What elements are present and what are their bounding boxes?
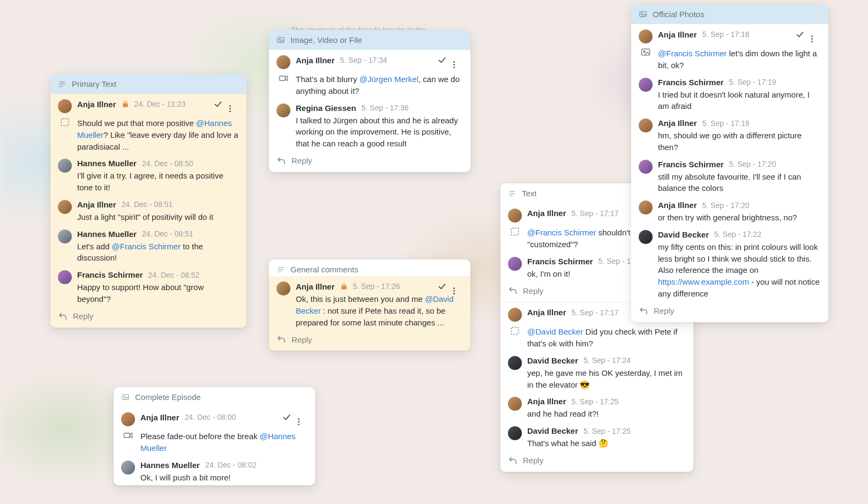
mention[interactable]: @David Becker <box>527 327 583 336</box>
comment-author: Francis Schirmer <box>527 257 593 266</box>
svg-rect-6 <box>280 76 286 80</box>
comment-body: still my absolute favourite. I'll see if… <box>658 171 821 195</box>
svg-rect-19 <box>511 328 518 335</box>
avatar <box>58 200 72 214</box>
reply-button[interactable]: Reply <box>291 335 312 344</box>
comment-row: That's a bit blurry @Jürgen Merkel, can … <box>269 71 470 99</box>
comment-author: David Becker <box>527 426 578 435</box>
avatar <box>276 281 290 295</box>
resolve-check-icon[interactable] <box>282 412 291 422</box>
avatar <box>508 397 522 411</box>
avatar <box>639 78 653 92</box>
mention[interactable]: @Francis Schirmer <box>112 242 181 251</box>
comment-timestamp: 5. Sep - 17:25 <box>583 427 631 435</box>
avatar <box>276 55 290 69</box>
comment-author: Anja Illner <box>296 282 335 291</box>
comment-author: Anja Illner <box>527 397 566 406</box>
text-lines-icon <box>508 189 517 198</box>
card-title: General comments <box>290 265 358 274</box>
comment-body: Please fade-out before the break @Hannes… <box>140 431 308 454</box>
comment-body: That's a bit blurry @Jürgen Merkel, can … <box>296 73 463 97</box>
comment-body: or then try with general brightness, no? <box>658 212 821 224</box>
resolve-check-icon[interactable] <box>437 281 447 291</box>
comment-body: Ok, this is just between you and me @Dav… <box>296 293 463 328</box>
resolve-check-icon[interactable] <box>437 55 447 65</box>
card-body: Anja Illner 5. Sep - 17:18 @Francis Schi… <box>631 24 828 322</box>
more-menu-icon[interactable] <box>229 99 239 109</box>
comment-author: David Becker <box>527 356 578 365</box>
comment-timestamp: 5. Sep - 17:34 <box>340 56 387 64</box>
card-title: Text <box>522 189 537 198</box>
comment-author: Hannes Mueller <box>140 461 200 470</box>
lock-icon <box>340 283 348 290</box>
focus-icon <box>508 225 522 239</box>
avatar <box>121 461 135 475</box>
card-primary-text: Primary Text Anja Illner 24. Dec - 11:23 <box>50 74 246 328</box>
comment-timestamp: 5. Sep - 17:17 <box>572 209 619 218</box>
comment-timestamp: 24. Dec - 08:00 <box>185 413 236 421</box>
avatar <box>508 426 522 440</box>
reply-button[interactable]: Reply <box>73 312 93 321</box>
mention[interactable]: @Francis Schirmer <box>658 49 727 58</box>
more-menu-icon[interactable] <box>453 55 463 65</box>
focus-icon <box>58 115 72 129</box>
reply-icon <box>639 306 648 316</box>
camera-icon <box>276 71 290 85</box>
avatar <box>58 159 72 173</box>
reply-row: Reply <box>50 307 246 328</box>
comment-author: Anja Illner <box>658 118 697 128</box>
card-header: General comments <box>269 260 470 276</box>
comment-body: Happy to support! How about "grow beyond… <box>77 281 239 305</box>
comment-body: my fifty cents on this: in print colours… <box>658 241 821 300</box>
comment: Anja Illner 5. Sep - 17:34 <box>269 50 470 71</box>
more-menu-icon[interactable] <box>453 281 463 291</box>
mention[interactable]: @Jürgen Merkel <box>360 75 418 84</box>
comment-timestamp: 24. Dec - 08:51 <box>142 229 193 238</box>
comment-body: Let's add @Francis Schirmer to the discu… <box>77 241 239 264</box>
avatar <box>508 356 522 370</box>
svg-marker-7 <box>285 76 287 80</box>
card-title: Image, Video or File <box>290 35 362 45</box>
comment-author: Anja Illner <box>140 413 179 422</box>
comment: Anja Illner 5. Sep - 17:20 or then try w… <box>631 196 828 226</box>
comment-author: Anja Illner <box>527 209 566 218</box>
card-photos: Official Photos Anja Illner 5. Sep - 17:… <box>631 4 828 322</box>
comment-timestamp: 5. Sep - 17:20 <box>702 201 750 210</box>
resolve-check-icon[interactable] <box>795 29 805 39</box>
link[interactable]: https://www.example.com <box>658 277 749 286</box>
card-title: Official Photos <box>653 10 704 19</box>
comment-author: Anja Illner <box>658 201 697 210</box>
svg-point-23 <box>643 51 645 53</box>
comment-timestamp: 24. Dec - 08:52 <box>148 271 200 279</box>
reply-button[interactable]: Reply <box>523 286 543 295</box>
reply-icon <box>508 456 518 465</box>
comment-body: @Francis Schirmer let's dim down the lig… <box>658 48 821 71</box>
comment: Hannes Mueller 24. Dec - 08:50 I'll give… <box>50 154 246 196</box>
comment: David Becker 5. Sep - 17:22 my fifty cen… <box>631 226 828 302</box>
avatar <box>639 230 653 244</box>
reply-icon <box>276 156 286 166</box>
avatar <box>639 201 653 214</box>
reply-icon <box>58 312 68 321</box>
comment-body: hm, should we go with a different pictur… <box>658 130 821 153</box>
comment-row: Should we put that more positive @Hannes… <box>50 115 246 154</box>
comment-timestamp: 5. Sep - 17:25 <box>572 397 619 406</box>
reply-button[interactable]: Reply <box>523 456 543 465</box>
reply-button[interactable]: Reply <box>291 156 312 165</box>
comment-timestamp: 5. Sep - 17:17 <box>572 308 619 317</box>
mention[interactable]: @Francis Schirmer <box>527 228 596 237</box>
comment: Anja Illner 5. Sep - 17:25 and he had re… <box>500 392 693 422</box>
comment-timestamp: 5. Sep - 17:19 <box>729 78 776 86</box>
more-menu-icon[interactable] <box>298 412 308 422</box>
comment-body: @David Becker Did you check with Pete if… <box>527 326 686 350</box>
image-icon <box>639 46 653 60</box>
camera-icon <box>121 428 135 442</box>
reply-button[interactable]: Reply <box>654 306 674 315</box>
more-menu-icon[interactable] <box>811 29 821 39</box>
resolve-check-icon[interactable] <box>213 99 223 109</box>
avatar <box>639 29 653 43</box>
comment-timestamp: 5. Sep - 17:19 <box>702 119 750 128</box>
reply-row: Reply <box>269 330 470 351</box>
comment-author: Francis Schirmer <box>77 270 143 279</box>
reply-row: Reply <box>269 152 470 172</box>
